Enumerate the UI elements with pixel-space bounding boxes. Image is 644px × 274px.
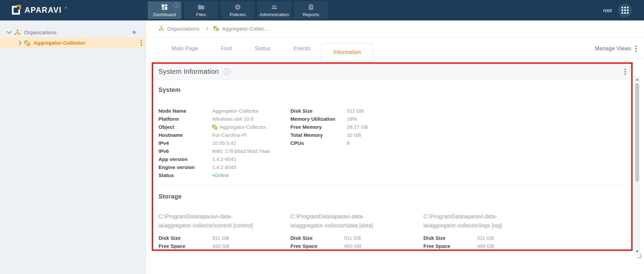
nav-administration-button[interactable]: Administration (258, 1, 291, 19)
section-heading-storage: Storage (158, 193, 626, 201)
nav-label: Administration (260, 12, 289, 17)
grid-icon (622, 7, 629, 14)
resize-grip-icon (637, 254, 641, 258)
sidebar-item-label: Aggregator-Collector (34, 40, 86, 46)
collector-icon (212, 124, 218, 130)
info-row: Object Aggregator-Collector (158, 123, 290, 131)
info-row: CPUs8 (290, 139, 368, 147)
primary-nav: i Dashboard Files (148, 1, 328, 19)
manage-views-button[interactable]: Manage Views (595, 46, 631, 52)
breadcrumb-separator-icon (204, 26, 209, 31)
info-row: Total Memory32 GB (290, 131, 368, 139)
people-icon (271, 3, 278, 11)
breadcrumb-label: Aggregator-Collec... (222, 26, 269, 32)
apps-grid-button[interactable] (618, 3, 632, 17)
clipboard-icon (307, 3, 315, 11)
breadcrumb-organizations[interactable]: Organizations (158, 25, 199, 32)
volume-data: C:\ProgramData\aparavi-data- ia\aggregat… (290, 212, 423, 250)
info-badge-icon: i (174, 3, 179, 8)
nav-policies-button[interactable]: Policies (221, 1, 255, 19)
info-row-status: Status • Online (158, 171, 290, 179)
tab-information[interactable]: Information (322, 44, 372, 61)
volume-logs: C:\ProgramData\aparavi-data- ia\aggregat… (423, 212, 555, 250)
panel-title: System Information (158, 68, 219, 75)
volume-path: C:\ProgramData\aparavi-data- ia\aggregat… (290, 212, 423, 230)
chevron-down-icon[interactable] (7, 29, 11, 34)
system-details-right: Disk Size511 GB Memory Utilization18% Fr… (290, 107, 368, 179)
notification-dot (133, 31, 136, 34)
nav-label: Files (196, 12, 206, 17)
brand-name: APARAVI (25, 6, 62, 15)
info-row: PlatformWindows x64 10.0 (158, 115, 290, 123)
breadcrumb-aggregator-collector[interactable]: Aggregator-Collec... (213, 25, 269, 32)
sidebar-item-aggregator-collector[interactable]: Aggregator-Collector (0, 37, 146, 48)
online-status-dot: • (212, 171, 214, 179)
volume-path: C:\ProgramData\aparavi-data- ia\aggregat… (423, 212, 555, 230)
nav-label: Policies (230, 12, 246, 17)
info-row: Free Space450 GB (290, 242, 423, 250)
info-row: IPv410.35.5.42 (158, 139, 290, 147)
system-information-panel: System Information i System Node NameAgg… (153, 64, 631, 250)
info-row: Engine version1.4.2.6043 (158, 163, 290, 171)
aparavi-logo-icon (9, 4, 21, 17)
info-row: Node NameAggregator-Collector (158, 107, 290, 115)
current-user-menu[interactable]: root (603, 7, 612, 13)
info-row: Disk Size511 GB (290, 234, 423, 242)
nav-files-button[interactable]: Files (184, 1, 218, 19)
system-details: Node NameAggregator-Collector PlatformWi… (158, 107, 626, 179)
status-badge: Online (214, 171, 229, 179)
info-row: Free Space450 GB (423, 242, 555, 250)
panel-header: System Information i (153, 64, 631, 80)
tab-events[interactable]: Events (282, 37, 322, 60)
aparavi-logo[interactable]: APARAVI ® (9, 0, 67, 20)
nav-dashboard-button[interactable]: i Dashboard (148, 1, 181, 19)
nav-label: Reports (303, 12, 319, 17)
manage-views-menu-icon[interactable] (635, 45, 637, 52)
scrollbar-down-arrow-icon[interactable] (636, 251, 639, 253)
info-row: IPv6fe80::176:b5a2:f44d:74aa (158, 147, 290, 155)
info-row: Disk Size511 GB (423, 234, 555, 242)
tab-main-page[interactable]: Main Page (160, 37, 210, 60)
breadcrumb-label: Organizations (167, 26, 199, 32)
manage-views: Manage Views (595, 37, 637, 60)
row-menu-icon[interactable] (141, 39, 142, 46)
nav-label: Dashboard (153, 12, 176, 17)
storage-volumes: C:\ProgramData\aparavi-data- ia\aggregat… (158, 212, 626, 250)
gear-icon (234, 3, 241, 11)
collector-icon (24, 40, 30, 46)
collector-icon (213, 25, 219, 32)
organizations-icon (158, 25, 164, 32)
panel-body: System Node NameAggregator-Collector Pla… (153, 80, 631, 250)
view-tabs: Main Page Find Status Events Information… (146, 37, 644, 60)
volume-path: C:\ProgramData\aparavi-data- ia\aggregat… (158, 212, 290, 230)
aparavi-app: APARAVI ® i Dashboard (0, 0, 644, 274)
scrollbar-thumb[interactable] (635, 83, 639, 182)
info-icon[interactable]: i (224, 68, 230, 75)
sidebar-item-label: Organizations (24, 30, 56, 35)
info-row: HostnameFor-Caroline-Pl (158, 131, 290, 139)
user-area: root (603, 0, 632, 20)
info-row: Free Memory26.27 GB (290, 123, 368, 131)
tab-find[interactable]: Find (210, 37, 243, 60)
sidebar-item-organizations[interactable]: Organizations (0, 27, 146, 37)
system-details-left: Node NameAggregator-Collector PlatformWi… (158, 107, 290, 179)
section-heading-system: System (158, 86, 626, 94)
info-row: Free Space450 GB (158, 242, 290, 250)
chevron-right-icon[interactable] (17, 40, 21, 45)
organization-tree-sidebar: Organizations Aggregator-Collector (0, 20, 146, 274)
panel-menu-icon[interactable] (625, 68, 626, 75)
info-row: Memory Utilization18% (290, 115, 368, 123)
section-divider (158, 185, 626, 185)
tab-status[interactable]: Status (243, 37, 282, 60)
nav-reports-button[interactable]: Reports (294, 1, 328, 19)
info-row: App version1.4.2-6041 (158, 155, 290, 163)
dashboard-icon (161, 3, 168, 11)
breadcrumb: Organizations Aggregator-Collec... (146, 20, 644, 37)
scrollbar-up-arrow-icon[interactable] (636, 78, 639, 80)
top-navigation-bar: APARAVI ® i Dashboard (0, 0, 644, 20)
info-row: Disk Size511 GB (290, 107, 368, 115)
organizations-icon (14, 29, 21, 36)
folder-icon (197, 3, 205, 11)
trademark-symbol: ® (65, 6, 67, 10)
volume-control: C:\ProgramData\aparavi-data- ia\aggregat… (158, 212, 290, 250)
